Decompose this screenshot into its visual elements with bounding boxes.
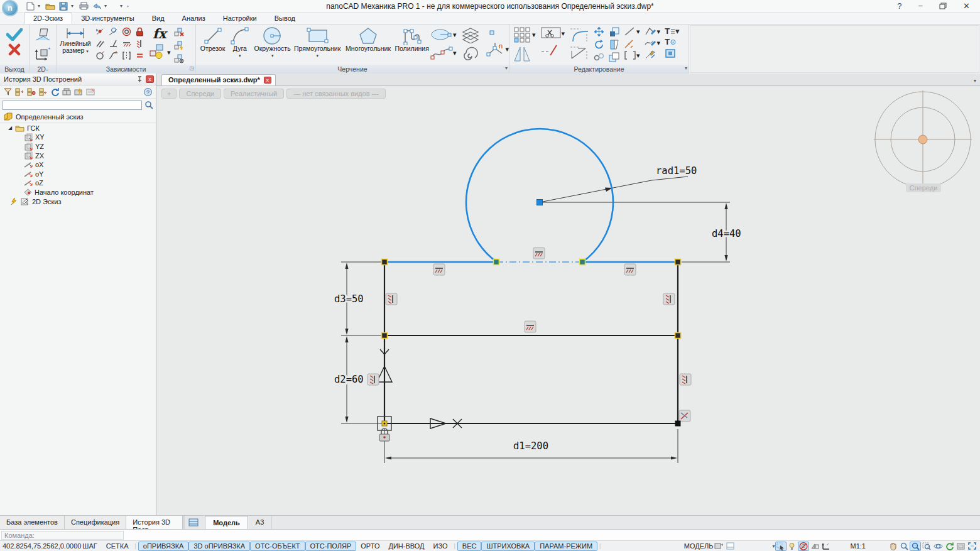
tree-item-gsk[interactable]: ◢ ГСК [0,124,156,133]
cancel-sketch-icon[interactable] [8,43,21,56]
show-constraints-button[interactable]: ▾ [148,44,171,60]
vertical-constraint-badge[interactable] [680,374,691,385]
new-file-icon[interactable] [24,1,36,11]
rotate-tool-icon[interactable] [594,39,604,50]
new-file-dropdown[interactable]: ▾ [38,3,43,9]
array-tool-icon[interactable]: ▾ [513,26,536,43]
help-button[interactable]: ? [897,1,901,11]
constraint-equal-icon[interactable] [134,50,145,61]
undo-icon[interactable] [91,1,102,11]
scale-tool-icon[interactable] [609,26,619,37]
vertical-constraint-badge[interactable] [386,293,397,305]
light-off-icon[interactable] [798,542,809,551]
tab-settings[interactable]: Настройки [214,13,266,24]
grip-tangent[interactable] [580,259,585,265]
save-icon[interactable] [58,1,69,11]
rectangle-tool-button[interactable]: Прямоугольник▾ [293,25,342,63]
polygon-tool-button[interactable]: Многоугольник [343,25,394,63]
print-icon[interactable] [78,1,89,11]
chamfer-tool-icon[interactable] [569,45,589,61]
vertical-constraint-badge[interactable] [368,374,379,385]
explode-tool-icon[interactable] [624,38,634,49]
move-tool-icon[interactable] [594,26,604,37]
linear-dimension-button[interactable]: Линейный размер ▾ [59,25,92,63]
tree-item-sketch-root[interactable]: Определенный эскиз [0,113,156,123]
fillet-tool-icon[interactable] [569,26,589,43]
refresh-icon[interactable] [51,88,59,96]
qat-overflow-dropdown[interactable]: ▾ [120,3,125,9]
zoom-window-icon[interactable] [921,542,932,551]
sketch-circle[interactable] [466,129,613,262]
toggle-snap[interactable]: ШАГ [78,542,101,551]
document-close-icon[interactable]: x [264,77,271,84]
qat-customize-icon[interactable]: ⸗ [127,3,132,9]
divide-tool-icon[interactable]: n▾ [486,41,509,57]
app-logo-icon[interactable]: n [2,0,18,16]
minimize-button[interactable]: − [918,1,923,11]
dim-d2-text[interactable]: d2=60 [334,374,364,385]
constraint-vertical-icon[interactable] [134,38,145,49]
goto-node-icon[interactable] [39,88,48,96]
fullscreen-icon[interactable] [966,542,977,551]
tab-analysis[interactable]: Анализ [173,13,214,24]
filter-icon[interactable] [4,88,12,95]
tree-item-axis-oz[interactable]: oZ [0,178,156,188]
layout-list-icon[interactable] [185,516,202,529]
fx-parameters-button[interactable]: fx [153,26,166,41]
toggle-grid[interactable]: СЕТКА [102,542,133,551]
grip-corner[interactable] [382,259,388,265]
orbit-icon[interactable] [932,542,944,551]
spline-tool-icon[interactable]: ▾ [430,46,457,60]
delete-constraints-icon[interactable] [174,27,185,38]
line-tool-button[interactable]: Отрезок [199,25,227,63]
dim-d4-text[interactable]: d4=40 [712,228,741,239]
constraint-parallel-icon[interactable] [95,38,106,49]
tree-item-plane-xy[interactable]: XY [0,133,156,142]
regen-icon[interactable] [944,542,955,551]
sketch-on-plane-icon[interactable] [35,28,51,43]
grip-tangent[interactable] [494,259,499,265]
tree-item-axis-ox[interactable]: oX [0,160,156,170]
panel-tab-history-3d[interactable]: История 3D Пост... [126,516,183,529]
grip-endpoint[interactable] [675,421,681,427]
grip-circle-center[interactable] [537,200,543,205]
paper-space-icon[interactable] [725,542,736,551]
command-prompt[interactable]: Команда: [1,531,124,540]
constraint-circle-icon[interactable] [95,50,106,61]
compass-view-label[interactable]: Спереди [906,183,941,192]
view-compass[interactable] [873,89,974,191]
toggle-3d-osnap[interactable]: 3D оПРИВЯЗКА [188,542,250,551]
auto-constraints-icon[interactable] [174,40,185,51]
copy-tool-icon[interactable] [609,52,619,62]
panel-close-icon[interactable]: x [146,75,154,83]
collapse-errors-icon[interactable] [27,88,36,96]
annotation-monitor-icon[interactable] [809,542,820,551]
ucs-icon[interactable] [820,542,832,551]
toggle-lineweight[interactable]: ВЕС [457,542,482,551]
toggle-osnap[interactable]: оПРИВЯЗКА [138,542,189,551]
offset-tool-icon[interactable] [594,52,604,62]
save-dropdown[interactable]: ▾ [71,3,76,9]
constraint-perpendicular-icon[interactable] [108,38,119,49]
spiral-icon[interactable] [461,46,480,62]
document-list-dropdown[interactable]: ▾ [974,78,976,84]
command-line-bar[interactable]: Команда: [0,529,980,540]
grip-corner[interactable] [675,333,681,339]
sketch-cs-icon[interactable]: + [35,46,51,61]
ellipse-tool-icon[interactable]: ▾ [430,28,457,41]
lineweight-display-icon[interactable] [787,542,798,551]
panel-tab-element-base[interactable]: База элементов [0,516,65,529]
toggle-ortho[interactable]: ОРТО [356,542,384,551]
toggle-otrack-object[interactable]: ОТС-ОБЪЕКТ [250,542,305,551]
scale-indicator[interactable]: М1:1 [851,542,866,550]
polyline-tool-button[interactable]: Полилиния [395,25,429,63]
tree-item-plane-zx[interactable]: ZX [0,151,156,160]
tab-2d-sketch[interactable]: 2D-Эскиз [24,13,72,24]
panel-tab-specification[interactable]: Спецификация [65,516,126,529]
lengthen-tool-icon[interactable]: ▾ [624,26,640,36]
tree-search-input[interactable] [3,101,142,110]
horizontal-constraint-badge[interactable] [533,248,545,259]
single-text-button[interactable]: Т [665,37,679,46]
edit-spline-icon[interactable]: ▾ [645,38,661,47]
pan-hand-icon[interactable] [887,542,898,551]
